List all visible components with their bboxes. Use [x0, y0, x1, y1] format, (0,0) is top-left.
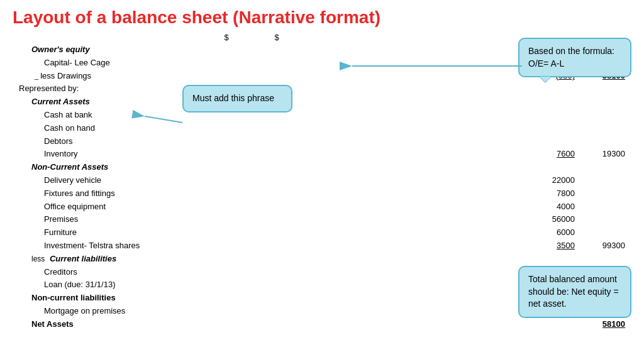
col-header-2: $ [252, 33, 302, 42]
right-callouts: Based on the formula: O/E= A-L Total bal… [518, 38, 631, 331]
phrase-callout: Must add this phrase [182, 85, 292, 112]
col-header-1: $ [201, 33, 252, 42]
page-title: Layout of a balance sheet (Narrative for… [0, 0, 644, 33]
formula-callout: Based on the formula: O/E= A-L [518, 38, 631, 77]
balance-callout: Total balanced amount should be: Net equ… [518, 266, 631, 318]
